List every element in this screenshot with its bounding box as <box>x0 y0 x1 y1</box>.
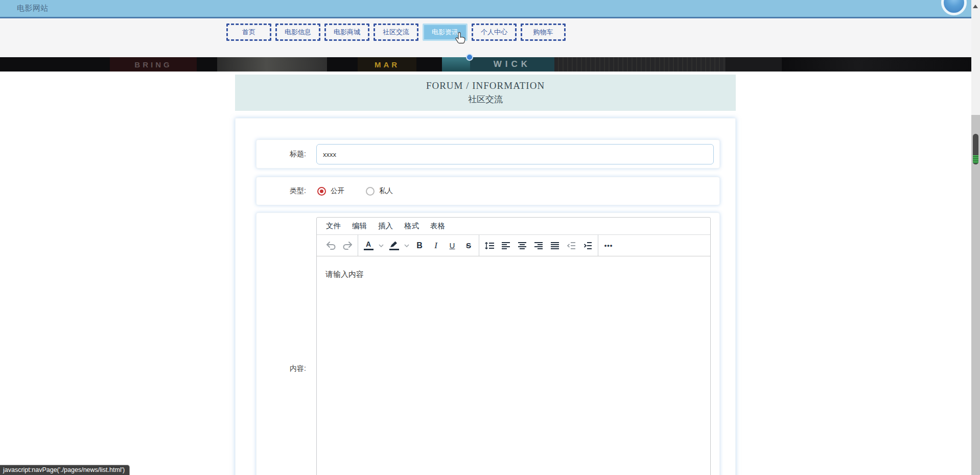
poster-fragment <box>782 57 972 72</box>
strikethrough-button[interactable]: S <box>461 238 476 254</box>
sphere-logo-icon <box>941 0 967 15</box>
italic-button[interactable]: I <box>428 238 444 254</box>
align-center-button[interactable] <box>515 238 530 254</box>
line-height-icon <box>484 242 495 250</box>
background-color-swatch <box>389 249 399 250</box>
undo-button[interactable] <box>323 238 339 254</box>
title-input[interactable] <box>316 144 714 164</box>
more-tools-button[interactable]: ••• <box>601 238 616 254</box>
page-title-en: FORUM / INFORMATION <box>426 80 545 91</box>
text-color-swatch <box>364 249 374 250</box>
post-form-panel: 标题: 类型: 公开 私人 内容: 文件 <box>235 118 736 475</box>
poster-fragment: BRING <box>110 57 197 72</box>
align-right-icon <box>534 242 543 250</box>
mouse-cursor-icon <box>455 32 466 45</box>
menu-table[interactable]: 表格 <box>425 219 451 233</box>
editor-content-area[interactable]: 请输入内容 <box>317 256 710 475</box>
editor-content-text: 请输入内容 <box>325 270 364 278</box>
vertical-scrollbar[interactable] <box>971 0 980 475</box>
line-height-button[interactable] <box>482 238 497 254</box>
nav-button-group: 首页 电影信息 电影商城 社区交流 电影资讯 个人中心 购物车 <box>226 23 566 41</box>
redo-icon <box>342 241 353 250</box>
nav-item-forum[interactable]: 社区交流 <box>374 23 418 41</box>
outdent-icon <box>567 242 576 250</box>
poster-fragment <box>726 57 782 72</box>
page-title-zh: 社区交流 <box>468 93 503 105</box>
text-color-chevron-icon[interactable] <box>377 238 385 254</box>
nav-item-user-center[interactable]: 个人中心 <box>472 23 517 41</box>
indent-icon <box>583 242 592 250</box>
align-left-icon <box>501 242 510 250</box>
site-title: 电影网站 <box>17 4 49 13</box>
type-label: 类型: <box>256 177 316 205</box>
radio-private-icon[interactable] <box>366 187 375 196</box>
editor-menubar: 文件 编辑 插入 格式 表格 <box>317 218 710 235</box>
title-label: 标题: <box>256 140 316 168</box>
poster-fragment <box>554 57 726 72</box>
scrollbar-thumb-stripes <box>973 155 978 163</box>
outdent-button[interactable] <box>564 238 579 254</box>
movie-poster-carousel: BRING MAR WICK <box>0 57 972 72</box>
poster-fragment: MAR <box>358 57 416 72</box>
align-left-button[interactable] <box>498 238 514 254</box>
poster-fragment <box>217 57 327 72</box>
nav-item-cart[interactable]: 购物车 <box>521 23 566 41</box>
bold-button[interactable]: B <box>412 238 427 254</box>
rich-text-editor: 文件 编辑 插入 格式 表格 <box>316 217 711 475</box>
app-header: 电影网站 <box>0 0 980 18</box>
type-radio-group: 公开 私人 <box>317 177 393 205</box>
background-color-chevron-icon[interactable] <box>403 238 411 254</box>
nav-item-home[interactable]: 首页 <box>226 23 271 41</box>
pen-icon <box>390 241 399 248</box>
menu-format[interactable]: 格式 <box>399 219 425 233</box>
justify-icon <box>550 242 559 250</box>
radio-option-public[interactable]: 公开 <box>317 186 344 196</box>
redo-button[interactable] <box>340 238 355 254</box>
carousel-indicator-dot <box>466 54 473 61</box>
nav-bar: 首页 电影信息 电影商城 社区交流 电影资讯 个人中心 购物车 <box>0 18 972 57</box>
type-field-row: 类型: 公开 私人 <box>256 177 720 205</box>
underline-button[interactable]: U <box>445 238 460 254</box>
page-title-box: FORUM / INFORMATION 社区交流 <box>235 75 736 111</box>
poster-fragment: WICK <box>470 57 554 72</box>
justify-button[interactable] <box>547 238 563 254</box>
movie-site-page: 电影网站 首页 电影信息 电影商城 社区交流 电影资讯 个人中心 购物车 BRI… <box>0 0 980 475</box>
nav-item-movie-mall[interactable]: 电影商城 <box>324 23 369 41</box>
content-field-row: 内容: 文件 编辑 插入 格式 表格 <box>256 212 720 475</box>
title-field-row: 标题: <box>256 139 720 169</box>
menu-file[interactable]: 文件 <box>320 219 346 233</box>
text-color-button[interactable]: A <box>361 238 376 254</box>
align-center-icon <box>518 242 527 250</box>
scrollbar-track[interactable] <box>971 115 980 475</box>
menu-insert[interactable]: 插入 <box>372 219 399 233</box>
poster-fragment <box>442 57 470 72</box>
undo-icon <box>325 241 337 250</box>
scroll-up-icon[interactable] <box>973 5 978 8</box>
background-color-button[interactable] <box>386 238 402 254</box>
indent-button[interactable] <box>580 238 595 254</box>
radio-option-private[interactable]: 私人 <box>366 186 393 196</box>
radio-public-icon[interactable] <box>317 187 326 196</box>
scrollbar-thumb[interactable] <box>973 134 978 164</box>
menu-edit[interactable]: 编辑 <box>346 219 372 233</box>
align-right-button[interactable] <box>531 238 546 254</box>
nav-item-movie-info[interactable]: 电影信息 <box>275 23 320 41</box>
content-label: 内容: <box>256 213 316 475</box>
editor-toolbar: A B <box>317 235 710 256</box>
link-preview-statusbar: javascript:navPage('./pages/news/list.ht… <box>0 465 130 475</box>
